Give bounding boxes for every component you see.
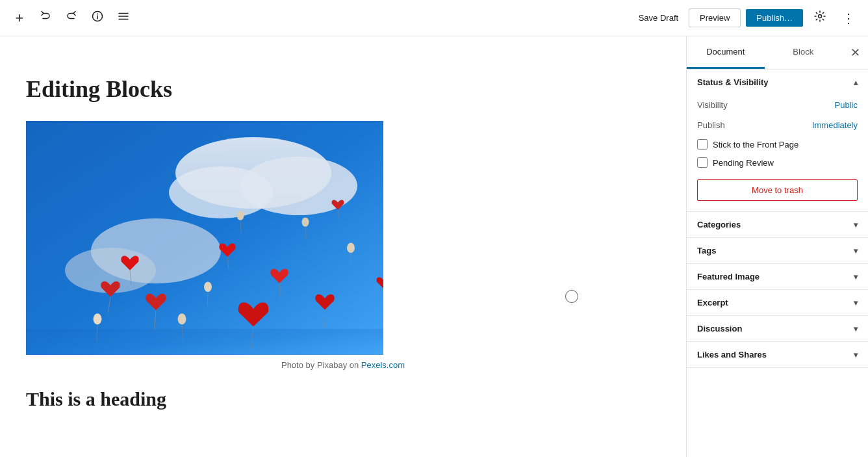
chevron-down-icon-featured: ▾ [854, 272, 858, 281]
add-block-button[interactable]: + [8, 7, 31, 30]
panel-discussion-title: Discussion [697, 324, 742, 333]
publish-button[interactable]: Publish… [746, 9, 803, 27]
editor-area[interactable]: Editing Blocks [0, 36, 686, 457]
sidebar-header: Document Block ✕ [687, 36, 868, 70]
panel-tags: Tags ▾ [687, 238, 868, 264]
stick-front-page-row: Stick to the Front Page [697, 135, 858, 153]
panel-categories: Categories ▾ [687, 212, 868, 238]
post-title[interactable]: Editing Blocks [26, 75, 660, 103]
panel-categories-header[interactable]: Categories ▾ [687, 212, 868, 237]
panel-excerpt: Excerpt ▾ [687, 290, 868, 316]
info-button[interactable] [86, 7, 109, 30]
undo-button[interactable] [34, 7, 57, 30]
info-icon [92, 10, 103, 25]
stick-front-page-label: Stick to the Front Page [713, 140, 798, 150]
pending-review-row: Pending Review [697, 153, 858, 172]
svg-rect-34 [26, 329, 383, 355]
toolbar-right: Save Draft Preview Publish… ⋮ [633, 7, 860, 30]
sidebar-close-button[interactable]: ✕ [842, 37, 868, 68]
toolbar-left: + [8, 7, 633, 30]
svg-point-2 [97, 14, 98, 15]
preview-button[interactable]: Preview [689, 8, 741, 27]
redo-button[interactable] [60, 7, 83, 30]
chevron-down-icon-discussion: ▾ [854, 324, 858, 333]
post-heading[interactable]: This is a heading [26, 388, 660, 410]
toolbar: + Save Draft Preview Publish… [0, 0, 868, 36]
chevron-down-icon-excerpt: ▾ [854, 298, 858, 307]
panel-featured-image-header[interactable]: Featured Image ▾ [687, 264, 868, 289]
chevron-down-icon-tags: ▾ [854, 246, 858, 255]
post-image[interactable] [26, 121, 383, 355]
visibility-value[interactable]: Public [835, 100, 858, 110]
panel-likes-shares-title: Likes and Shares [697, 350, 767, 359]
svg-point-10 [169, 166, 273, 218]
visibility-label: Visibility [697, 100, 728, 110]
panel-featured-image-title: Featured Image [697, 272, 760, 281]
settings-button[interactable] [808, 7, 832, 30]
panel-discussion-header[interactable]: Discussion ▾ [687, 316, 868, 341]
tools-icon [118, 10, 129, 25]
chevron-down-icon-categories: ▾ [854, 220, 858, 229]
undo-icon [40, 10, 51, 25]
publish-value[interactable]: Immediately [812, 120, 858, 130]
svg-point-28 [347, 242, 355, 253]
panel-featured-image: Featured Image ▾ [687, 264, 868, 290]
move-to-trash-button[interactable]: Move to trash [697, 179, 858, 201]
svg-point-6 [819, 15, 822, 18]
tab-document[interactable]: Document [687, 36, 765, 69]
panel-status-visibility-content: Visibility Public Publish Immediately St… [687, 95, 868, 211]
panel-status-visibility: Status & Visibility ▴ Visibility Public … [687, 70, 868, 212]
save-draft-button[interactable]: Save Draft [633, 9, 683, 27]
add-icon: + [16, 10, 24, 27]
panel-likes-shares: Likes and Shares ▾ [687, 342, 868, 368]
pending-review-label: Pending Review [713, 158, 774, 168]
sidebar-scroll: Status & Visibility ▴ Visibility Public … [687, 70, 868, 457]
svg-point-24 [204, 281, 212, 292]
svg-point-30 [302, 217, 309, 226]
visibility-row: Visibility Public [697, 95, 858, 115]
panel-discussion: Discussion ▾ [687, 316, 868, 342]
panel-status-visibility-title: Status & Visibility [697, 77, 769, 87]
gear-icon [814, 10, 826, 25]
pending-review-checkbox[interactable] [697, 157, 708, 168]
image-caption: Photo by Pixabay on Pexels.com [26, 360, 660, 370]
chevron-down-icon-likes: ▾ [854, 350, 858, 359]
redo-icon [66, 10, 77, 25]
more-options-button[interactable]: ⋮ [837, 7, 860, 30]
panel-categories-title: Categories [697, 220, 741, 229]
close-icon: ✕ [850, 46, 860, 60]
panel-excerpt-header[interactable]: Excerpt ▾ [687, 290, 868, 315]
panel-tags-title: Tags [697, 246, 716, 255]
panel-status-visibility-header[interactable]: Status & Visibility ▴ [687, 70, 868, 95]
panel-excerpt-title: Excerpt [697, 298, 728, 307]
sidebar: Document Block ✕ Status & Visibility ▴ V… [686, 36, 868, 457]
tab-block[interactable]: Block [765, 36, 843, 69]
svg-point-26 [237, 211, 244, 220]
main-layout: Editing Blocks [0, 36, 868, 457]
image-caption-link[interactable]: Pexels.com [361, 360, 405, 370]
post-image-container: Photo by Pixabay on Pexels.com [26, 121, 660, 370]
svg-point-22 [178, 313, 186, 324]
panel-tags-header[interactable]: Tags ▾ [687, 238, 868, 263]
more-vertical-icon: ⋮ [842, 12, 855, 25]
chevron-up-icon: ▴ [854, 78, 858, 87]
tools-button[interactable] [112, 7, 135, 30]
svg-point-20 [94, 313, 102, 324]
publish-row: Publish Immediately [697, 115, 858, 135]
publish-label: Publish [697, 120, 725, 130]
panel-likes-shares-header[interactable]: Likes and Shares ▾ [687, 342, 868, 367]
stick-front-page-checkbox[interactable] [697, 139, 708, 150]
